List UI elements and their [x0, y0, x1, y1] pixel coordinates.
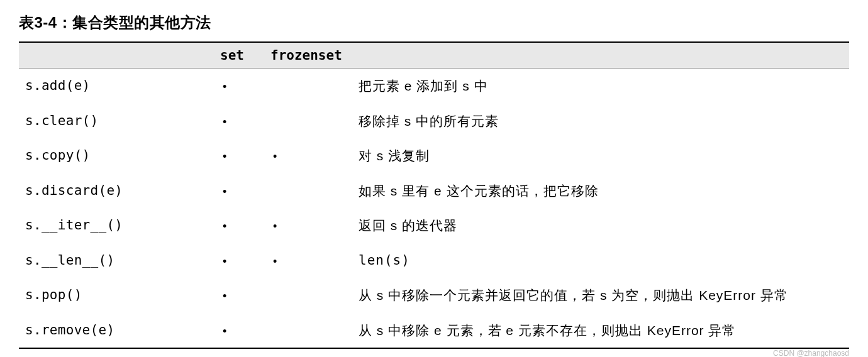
cell-desc: 对 s 浅复制: [352, 138, 849, 173]
cell-method: s.__len__(): [19, 243, 214, 278]
cell-desc: 返回 s 的迭代器: [352, 208, 849, 243]
bullet-icon: •: [223, 253, 226, 270]
bullet-icon: •: [223, 323, 226, 340]
bullet-icon: •: [223, 288, 226, 305]
cell-set: •: [214, 313, 264, 349]
bullet-icon: •: [273, 218, 277, 235]
watermark: CSDN @zhangchaosd: [773, 349, 849, 357]
cell-frozenset: [264, 313, 352, 349]
cell-desc: 如果 s 里有 e 这个元素的话，把它移除: [352, 173, 849, 209]
bullet-icon: •: [223, 148, 226, 165]
cell-desc: 把元素 e 添加到 s 中: [352, 69, 849, 104]
cell-desc: 从 s 中移除一个元素并返回它的值，若 s 为空，则抛出 KeyError 异常: [352, 278, 849, 313]
table-row: s.discard(e)•如果 s 里有 e 这个元素的话，把它移除: [19, 173, 849, 209]
cell-method: s.clear(): [19, 104, 214, 139]
cell-frozenset: •: [264, 243, 352, 278]
bullet-icon: •: [223, 184, 226, 200]
cell-method: s.add(e): [19, 69, 214, 104]
table-row: s.__iter__()••返回 s 的迭代器: [19, 208, 849, 243]
cell-desc: 从 s 中移除 e 元素，若 e 元素不存在，则抛出 KeyError 异常: [352, 313, 849, 349]
cell-desc: len(s): [352, 243, 849, 278]
header-row: set frozenset: [19, 42, 849, 69]
bullet-icon: •: [273, 253, 277, 270]
table-row: s.__len__()••len(s): [19, 243, 849, 278]
bullet-icon: •: [273, 148, 277, 165]
bullet-icon: •: [223, 79, 226, 96]
table-row: s.copy()••对 s 浅复制: [19, 138, 849, 173]
cell-method: s.__iter__(): [19, 208, 214, 243]
cell-method: s.discard(e): [19, 173, 214, 209]
header-frozenset: frozenset: [264, 42, 352, 69]
cell-frozenset: [264, 69, 352, 104]
cell-set: •: [214, 173, 264, 209]
cell-frozenset: [264, 173, 352, 209]
cell-method: s.pop(): [19, 278, 214, 313]
header-set: set: [214, 42, 264, 69]
bullet-icon: •: [223, 114, 226, 131]
table-row: s.clear()•移除掉 s 中的所有元素: [19, 104, 849, 139]
cell-set: •: [214, 138, 264, 173]
cell-frozenset: [264, 278, 352, 313]
cell-set: •: [214, 243, 264, 278]
cell-frozenset: [264, 104, 352, 139]
header-desc: [352, 42, 849, 69]
cell-desc: 移除掉 s 中的所有元素: [352, 104, 849, 139]
table-row: s.add(e)•把元素 e 添加到 s 中: [19, 69, 849, 104]
cell-set: •: [214, 69, 264, 104]
cell-set: •: [214, 208, 264, 243]
cell-method: s.remove(e): [19, 313, 214, 349]
bullet-icon: •: [223, 218, 226, 235]
set-methods-table: set frozenset s.add(e)•把元素 e 添加到 s 中s.cl…: [19, 41, 849, 349]
cell-frozenset: •: [264, 208, 352, 243]
table-caption: 表3-4：集合类型的其他方法: [19, 13, 849, 33]
cell-method: s.copy(): [19, 138, 214, 173]
header-method: [19, 42, 214, 69]
cell-set: •: [214, 104, 264, 139]
table-row: s.pop()•从 s 中移除一个元素并返回它的值，若 s 为空，则抛出 Key…: [19, 278, 849, 313]
cell-frozenset: •: [264, 138, 352, 173]
table-row: s.remove(e)•从 s 中移除 e 元素，若 e 元素不存在，则抛出 K…: [19, 313, 849, 349]
cell-set: •: [214, 278, 264, 313]
